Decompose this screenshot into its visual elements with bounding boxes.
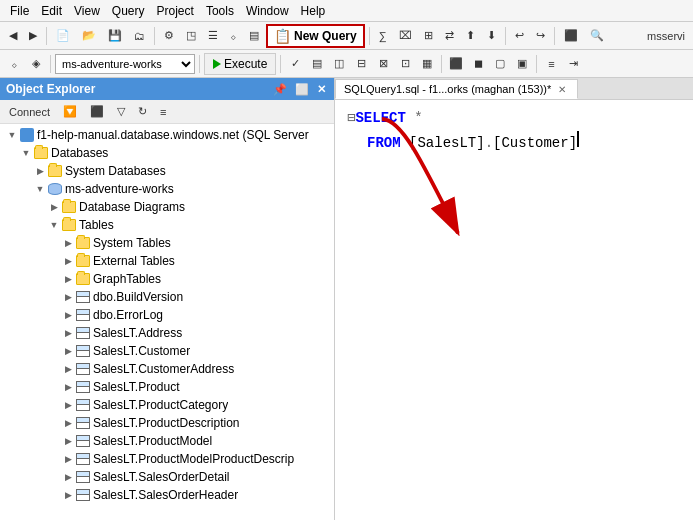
toolbar2-btn-c[interactable]: ✓: [285, 54, 305, 74]
toolbar2-btn-k[interactable]: ◼: [468, 54, 488, 74]
tree-item[interactable]: ▶dbo.BuildVersion: [0, 288, 334, 306]
tree-expander[interactable]: ▶: [60, 256, 76, 266]
toolbar-btn-i[interactable]: ⇄: [440, 25, 459, 47]
toolbar2-btn-j[interactable]: ⬛: [446, 54, 466, 74]
tree-item[interactable]: ▶System Tables: [0, 234, 334, 252]
toolbar2-btn-d[interactable]: ▤: [307, 54, 327, 74]
database-selector[interactable]: ms-adventure-works: [55, 54, 195, 74]
tree-expander[interactable]: ▶: [60, 328, 76, 338]
oe-filter-button[interactable]: 🔽: [58, 103, 82, 120]
toolbar-btn-e[interactable]: ▤: [244, 25, 264, 47]
toolbar2-btn-l[interactable]: ▢: [490, 54, 510, 74]
tree-item[interactable]: ▶SalesLT.Customer: [0, 342, 334, 360]
toolbar-btn-a[interactable]: ⚙: [159, 25, 179, 47]
forward-button[interactable]: ▶: [24, 25, 42, 47]
query-tab[interactable]: SQLQuery1.sql - f1...orks (maghan (153))…: [335, 79, 578, 99]
menu-tools[interactable]: Tools: [200, 2, 240, 20]
toolbar2-btn-b[interactable]: ◈: [26, 54, 46, 74]
toolbar-btn-k[interactable]: ⬇: [482, 25, 501, 47]
toolbar-btn-d[interactable]: ⬦: [225, 25, 242, 47]
tree-item[interactable]: ▶SalesLT.SalesOrderDetail: [0, 468, 334, 486]
tree-item[interactable]: ▶dbo.ErrorLog: [0, 306, 334, 324]
tree-expander[interactable]: ▶: [60, 436, 76, 446]
tree-item[interactable]: ▶SalesLT.CustomerAddress: [0, 360, 334, 378]
tree-expander[interactable]: ▶: [60, 490, 76, 500]
tree-expander[interactable]: ▼: [4, 130, 20, 140]
tree-item[interactable]: ▶GraphTables: [0, 270, 334, 288]
oe-refresh-button[interactable]: ↻: [133, 103, 152, 120]
tab-close-button[interactable]: ✕: [555, 82, 569, 96]
file-save-button[interactable]: 💾: [103, 25, 127, 47]
tree-item[interactable]: ▶SalesLT.Address: [0, 324, 334, 342]
back-button[interactable]: ◀: [4, 25, 22, 47]
tree-item[interactable]: ▶External Tables: [0, 252, 334, 270]
tree-expander[interactable]: ▶: [32, 166, 48, 176]
tree-item[interactable]: ▶System Databases: [0, 162, 334, 180]
tree-expander[interactable]: ▶: [60, 364, 76, 374]
tree-item[interactable]: ▶SalesLT.ProductModelProductDescrip: [0, 450, 334, 468]
toolbar2-btn-m[interactable]: ▣: [512, 54, 532, 74]
menu-project[interactable]: Project: [151, 2, 200, 20]
execute-button[interactable]: Execute: [204, 53, 276, 75]
code-editor[interactable]: ⊟ SELECT * FROM [SalesLT] . [Customer]: [335, 100, 693, 520]
toolbar2-btn-f[interactable]: ⊟: [351, 54, 371, 74]
search-toolbar-btn[interactable]: 🔍: [585, 25, 609, 47]
tree-item[interactable]: ▶Database Diagrams: [0, 198, 334, 216]
tree-expander[interactable]: ▶: [60, 472, 76, 482]
tree-item[interactable]: ▼f1-help-manual.database.windows.net (SQ…: [0, 126, 334, 144]
tree-item[interactable]: ▶SalesLT.ProductCategory: [0, 396, 334, 414]
tree-item[interactable]: ▼ms-adventure-works: [0, 180, 334, 198]
oe-properties-button[interactable]: ≡: [155, 104, 171, 120]
tree-expander[interactable]: ▶: [60, 382, 76, 392]
tree-expander[interactable]: ▶: [46, 202, 62, 212]
tree-expander[interactable]: ▶: [60, 274, 76, 284]
menu-edit[interactable]: Edit: [35, 2, 68, 20]
tree-expander[interactable]: ▶: [60, 454, 76, 464]
oe-stop-button[interactable]: ⬛: [85, 103, 109, 120]
toolbar2-btn-h[interactable]: ⊡: [395, 54, 415, 74]
toolbar-btn-j[interactable]: ⬆: [461, 25, 480, 47]
tree-expander[interactable]: ▶: [60, 346, 76, 356]
oe-close-button[interactable]: ✕: [315, 83, 328, 96]
tree-expander[interactable]: ▼: [18, 148, 34, 158]
toolbar-btn-m[interactable]: ⬛: [559, 25, 583, 47]
toolbar2-btn-g[interactable]: ⊠: [373, 54, 393, 74]
toolbar-btn-b[interactable]: ◳: [181, 25, 201, 47]
toolbar-btn-f[interactable]: ∑: [374, 25, 392, 47]
connect-button[interactable]: Connect: [4, 104, 55, 120]
tree-expander[interactable]: ▶: [60, 418, 76, 428]
toolbar-btn-h[interactable]: ⊞: [419, 25, 438, 47]
menu-view[interactable]: View: [68, 2, 106, 20]
toolbar2-btn-n[interactable]: ≡: [541, 54, 561, 74]
tree-item[interactable]: ▶SalesLT.ProductModel: [0, 432, 334, 450]
menu-window[interactable]: Window: [240, 2, 295, 20]
toolbar-btn-g[interactable]: ⌧: [394, 25, 417, 47]
tree-expander[interactable]: ▶: [60, 310, 76, 320]
oe-dock-button[interactable]: ⬜: [293, 83, 311, 96]
oe-pin-button[interactable]: 📌: [271, 83, 289, 96]
tree-item[interactable]: ▶SalesLT.Product: [0, 378, 334, 396]
tree-expander[interactable]: ▶: [60, 238, 76, 248]
tree-expander[interactable]: ▼: [46, 220, 62, 230]
tree-item[interactable]: ▼Databases: [0, 144, 334, 162]
menu-help[interactable]: Help: [295, 2, 332, 20]
file-new-button[interactable]: 📄: [51, 25, 75, 47]
undo-button[interactable]: ↩: [510, 25, 529, 47]
tree-expander[interactable]: ▼: [32, 184, 48, 194]
new-query-button[interactable]: 📋 New Query: [266, 24, 365, 48]
menu-file[interactable]: File: [4, 2, 35, 20]
toolbar2-btn-e[interactable]: ◫: [329, 54, 349, 74]
toolbar2-btn-i[interactable]: ▦: [417, 54, 437, 74]
toolbar-btn-c[interactable]: ☰: [203, 25, 223, 47]
tree-item[interactable]: ▼Tables: [0, 216, 334, 234]
tree-expander[interactable]: ▶: [60, 292, 76, 302]
menu-query[interactable]: Query: [106, 2, 151, 20]
tree-item[interactable]: ▶SalesLT.SalesOrderHeader: [0, 486, 334, 504]
save-all-button[interactable]: 🗂: [129, 25, 150, 47]
tree-item[interactable]: ▶SalesLT.ProductDescription: [0, 414, 334, 432]
oe-funnel-button[interactable]: ▽: [112, 103, 130, 120]
toolbar2-btn-a[interactable]: ⬦: [4, 54, 24, 74]
file-open-button[interactable]: 📂: [77, 25, 101, 47]
redo-button[interactable]: ↪: [531, 25, 550, 47]
tree-expander[interactable]: ▶: [60, 400, 76, 410]
